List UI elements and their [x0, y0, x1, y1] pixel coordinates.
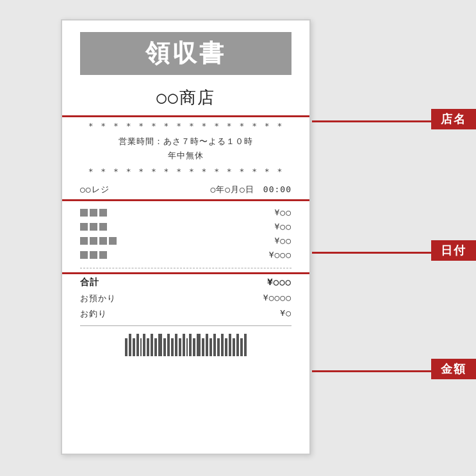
bar [197, 334, 201, 356]
total-label: 合計 [80, 277, 99, 288]
bar [125, 338, 127, 356]
bar [143, 334, 145, 356]
bar [158, 334, 162, 356]
item-row-3: ¥○○ [80, 236, 291, 245]
divider-top [62, 115, 309, 117]
bar [206, 334, 208, 356]
bar [233, 338, 235, 356]
label-store: 店名 [431, 109, 476, 129]
stars-row-bottom: * * * * * * * * * * * * * * * * [80, 167, 291, 176]
bar [154, 338, 157, 356]
bar [163, 338, 166, 356]
label-date-text: 日付 [441, 243, 466, 258]
bar [151, 334, 153, 356]
bar [186, 338, 188, 356]
bar [229, 334, 231, 356]
block [90, 251, 97, 259]
item-blocks-2 [80, 223, 107, 231]
deposit-label: お預かり [80, 293, 116, 304]
item-price-1: ¥○○ [275, 208, 291, 217]
block [99, 223, 107, 231]
block [80, 237, 88, 245]
item-price-4: ¥○○○ [269, 250, 291, 259]
receipt-title: 領収書 [145, 37, 226, 70]
block [90, 237, 97, 245]
item-row-4: ¥○○○ [80, 250, 291, 259]
bar [217, 338, 220, 356]
bar [221, 334, 224, 356]
dashed-divider [80, 268, 291, 268]
solid-line-bottom [80, 325, 291, 326]
bar [183, 334, 185, 356]
item-blocks-3 [80, 237, 117, 245]
bar [147, 338, 149, 356]
block [80, 251, 88, 259]
block [80, 223, 88, 231]
bar [209, 338, 212, 356]
bar [213, 334, 216, 356]
block [99, 209, 107, 217]
label-store-text: 店名 [441, 111, 466, 127]
label-amount-text: 金額 [441, 361, 466, 377]
bar [189, 334, 192, 356]
register-row: ○○レジ ○年○月○日 00:00 [62, 180, 309, 199]
bar [240, 338, 243, 356]
register-info: ○○レジ [80, 184, 110, 195]
bar [193, 338, 195, 356]
total-row: 合計 ¥○○○ [62, 274, 309, 291]
change-label: お釣り [80, 308, 107, 320]
scene: 領収書 ○○商店 * * * * * * * * * * * * * * * *… [0, 0, 476, 476]
bar [244, 334, 247, 356]
business-hours: 営業時間：あさ７時〜よる１０時 [80, 136, 291, 147]
label-date: 日付 [431, 240, 476, 261]
item-row-2: ¥○○ [80, 222, 291, 231]
block [109, 237, 117, 245]
block [90, 209, 97, 217]
no-holiday: 年中無休 [80, 150, 291, 161]
barcode-area [62, 334, 309, 363]
change-value: ¥○ [280, 308, 291, 320]
bar [236, 334, 239, 356]
bar [140, 338, 142, 356]
block [90, 223, 97, 231]
bar [136, 334, 139, 356]
bar [175, 334, 177, 356]
bar [202, 338, 204, 356]
bar [133, 338, 135, 356]
item-price-2: ¥○○ [275, 222, 291, 231]
bar [225, 338, 227, 356]
item-price-3: ¥○○ [275, 236, 291, 245]
block [99, 237, 107, 245]
bar [179, 338, 181, 356]
stars-row-top: * * * * * * * * * * * * * * * * [80, 121, 291, 131]
label-amount: 金額 [431, 359, 476, 379]
item-row-1: ¥○○ [80, 208, 291, 217]
block [99, 251, 107, 259]
receipt-title-block: 領収書 [80, 32, 291, 75]
receipt: 領収書 ○○商店 * * * * * * * * * * * * * * * *… [61, 19, 311, 455]
deposit-value: ¥○○○○ [263, 293, 291, 304]
block [80, 209, 88, 217]
store-name: ○○商店 [62, 86, 309, 109]
date-info: ○年○月○日 00:00 [210, 184, 291, 195]
item-blocks-4 [80, 251, 107, 259]
items-section: ¥○○ ¥○○ ¥○○ [62, 201, 309, 264]
item-blocks-1 [80, 209, 107, 217]
deposit-row: お預かり ¥○○○○ [62, 291, 309, 306]
bar [171, 338, 174, 356]
total-value: ¥○○○ [267, 277, 291, 288]
barcode [125, 334, 247, 356]
bar [129, 334, 131, 356]
bar [167, 334, 170, 356]
change-row: お釣り ¥○ [62, 306, 309, 322]
